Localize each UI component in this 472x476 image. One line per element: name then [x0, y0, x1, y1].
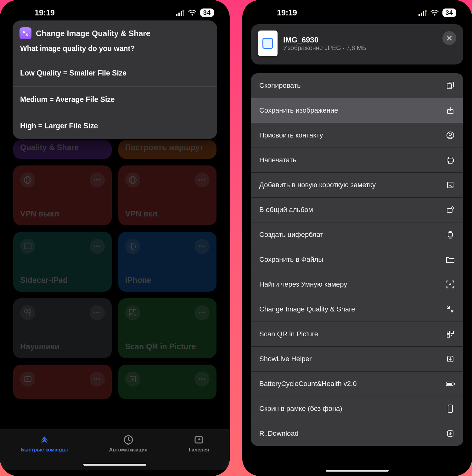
svg-rect-60	[447, 335, 450, 337]
folder-icon	[446, 255, 455, 264]
svg-rect-66	[454, 383, 455, 385]
action-assign-contact[interactable]: Присвоить контакту	[251, 123, 463, 148]
tab-gallery-label: Галерея	[189, 447, 209, 453]
action-label: Напечатать	[259, 156, 296, 164]
tile-extra-1[interactable]: •••	[13, 365, 112, 399]
wifi-icon	[430, 10, 439, 16]
close-button[interactable]	[442, 31, 456, 45]
svg-rect-50	[447, 209, 452, 212]
svg-rect-18	[130, 310, 132, 312]
note-icon	[446, 180, 455, 190]
tile-quality-share[interactable]: Quality & Share	[13, 140, 112, 159]
file-subtitle: Изображение JPEG · 7,8 МБ	[283, 44, 366, 52]
gallery-icon: ✦	[194, 434, 204, 445]
action-change-quality[interactable]: Change Image Quality & Share	[251, 297, 463, 322]
file-thumbnail	[258, 31, 278, 56]
tab-automation-label: Автоматизация	[109, 447, 148, 453]
download-icon	[125, 372, 140, 387]
option-medium[interactable]: Medium = Average File Size	[13, 86, 217, 113]
svg-rect-49	[447, 182, 453, 188]
tile-scan-qr[interactable]: ••• Scan QR in Picture	[118, 298, 217, 358]
file-name: IMG_6930	[283, 36, 366, 44]
tab-automation[interactable]: Автоматизация	[109, 434, 148, 453]
action-smart-camera[interactable]: Найти через Умную камеру	[251, 272, 463, 297]
more-icon[interactable]: •••	[194, 172, 210, 188]
svg-rect-59	[451, 331, 453, 333]
svg-rect-0	[176, 14, 177, 16]
more-icon[interactable]: •••	[194, 305, 210, 320]
tab-gallery[interactable]: ✦ Галерея	[189, 434, 209, 453]
action-showlive[interactable]: ShowLive Helper	[251, 346, 463, 371]
tile-vpn-off[interactable]: ••• VPN выкл	[13, 165, 112, 225]
more-icon[interactable]: •••	[194, 239, 210, 254]
cellular-icon	[176, 10, 184, 16]
more-icon[interactable]: •••	[194, 372, 210, 387]
action-shared-album[interactable]: В общий альбом	[251, 197, 463, 222]
svg-rect-22	[135, 315, 136, 316]
action-battery-health[interactable]: BatteryCycleCount&Health v2.0	[251, 371, 463, 396]
airpods-icon	[20, 305, 35, 320]
tile-sidecar[interactable]: ••• Sidecar-iPad	[13, 232, 112, 292]
svg-point-51	[451, 207, 454, 209]
svg-point-14	[25, 310, 28, 313]
tile-headphones[interactable]: ••• Наушники	[13, 298, 112, 358]
action-label: Присвоить контакту	[259, 131, 323, 139]
shortcuts-icon	[39, 434, 50, 445]
collapse-icon	[446, 305, 455, 314]
tab-shortcuts-label: Быстрые команды	[21, 447, 68, 453]
option-high[interactable]: High = Larger File Size	[13, 113, 217, 139]
phone-left: 19:19 34 Quality & Share Построить маршр…	[0, 0, 230, 476]
more-icon[interactable]: •••	[90, 239, 105, 254]
automation-icon	[123, 434, 134, 445]
svg-rect-13	[132, 243, 134, 249]
more-icon[interactable]: •••	[90, 372, 105, 387]
option-low[interactable]: Low Quality = Smaller File Size	[13, 60, 217, 86]
home-indicator[interactable]	[326, 470, 389, 472]
phone-outline-icon	[446, 404, 455, 413]
action-quick-note[interactable]: Добавить в новую короткую заметку	[251, 172, 463, 197]
action-label: Добавить в новую короткую заметку	[259, 181, 376, 189]
globe-icon	[20, 172, 35, 188]
copy-icon	[446, 81, 455, 90]
action-label: Сохранить изображение	[259, 106, 338, 115]
tile-vpn-on[interactable]: ••• VPN вкл	[118, 165, 217, 225]
sheet-prompt: What image quality do you want?	[13, 42, 217, 60]
action-print[interactable]: Напечатать	[251, 148, 463, 172]
svg-rect-1	[178, 13, 180, 16]
svg-point-4	[183, 10, 184, 12]
svg-rect-54	[449, 238, 452, 238]
ipad-icon	[20, 239, 35, 254]
contact-icon	[446, 131, 455, 140]
save-image-icon	[446, 106, 455, 115]
action-label: В общий альбом	[259, 206, 313, 214]
action-label: Скрин в рамке (без фона)	[259, 405, 342, 413]
home-indicator[interactable]	[83, 464, 146, 466]
more-icon[interactable]: •••	[90, 305, 105, 320]
action-save-files[interactable]: Сохранить в Файлы	[251, 247, 463, 272]
svg-rect-32	[419, 14, 420, 16]
svg-rect-52	[448, 232, 452, 237]
battery-badge: 34	[200, 8, 214, 17]
tile-iphone[interactable]: ••• iPhone	[118, 232, 217, 292]
svg-rect-19	[133, 310, 136, 312]
tile-extra-2[interactable]: •••	[118, 365, 217, 399]
action-save-image[interactable]: Сохранить изображение	[251, 98, 463, 123]
svg-rect-34	[423, 11, 424, 16]
tile-route[interactable]: Построить маршрут	[118, 140, 217, 159]
quality-sheet: Change Image Quality & Share What image …	[13, 20, 217, 139]
action-screenshot-frame[interactable]: Скрин в рамке (без фона)	[251, 396, 463, 421]
action-rdownload[interactable]: R↓Download	[251, 421, 463, 446]
wifi-icon	[188, 10, 196, 16]
action-watch-face[interactable]: Создать циферблат	[251, 222, 463, 247]
action-label: Создать циферблат	[259, 231, 323, 239]
action-label: Change Image Quality & Share	[259, 305, 355, 313]
svg-point-36	[425, 10, 427, 12]
action-copy[interactable]: Скопировать	[251, 73, 463, 98]
action-scan-qr[interactable]: Scan QR in Picture	[251, 322, 463, 346]
svg-point-15	[28, 310, 31, 313]
tab-shortcuts[interactable]: Быстрые команды	[21, 434, 68, 453]
svg-rect-12	[24, 244, 31, 249]
download-box-icon	[446, 354, 455, 364]
download-box-icon	[446, 429, 455, 438]
more-icon[interactable]: •••	[90, 172, 105, 188]
